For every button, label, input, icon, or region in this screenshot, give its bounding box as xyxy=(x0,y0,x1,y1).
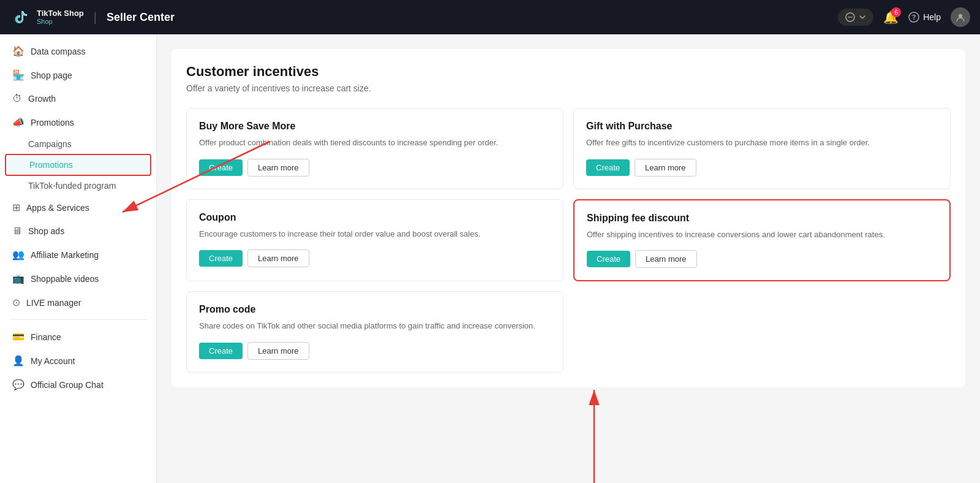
live-icon: ⊙ xyxy=(12,297,20,308)
svg-point-8 xyxy=(959,14,962,18)
sidebar-item-tiktok-funded[interactable]: TikTok-funded program xyxy=(0,176,156,196)
svg-text:?: ? xyxy=(912,13,916,21)
growth-icon: ⏱ xyxy=(12,93,22,104)
card-desc-gift: Offer free gifts to incentivize customer… xyxy=(586,137,938,149)
main-content: Customer incentives Offer a variety of i… xyxy=(157,34,980,483)
shop-ads-icon: 🖥 xyxy=(12,226,22,237)
sidebar-label-campaigns: Campaigns xyxy=(28,139,72,149)
sidebar-label-finance: Finance xyxy=(31,332,61,342)
sidebar-item-promotions-parent[interactable]: 📣 Promotions xyxy=(0,110,156,134)
card-title-shipping: Shipping fee discount xyxy=(587,213,937,224)
create-button-buy-more[interactable]: Create xyxy=(199,159,243,176)
sidebar-item-data-compass[interactable]: 🏠 Data compass xyxy=(0,39,156,63)
sidebar-label-shop-ads: Shop ads xyxy=(28,226,64,236)
sidebar-item-affiliate-marketing[interactable]: 👥 Affiliate Marketing xyxy=(0,243,156,267)
sidebar-item-my-account[interactable]: 👤 My Account xyxy=(0,349,156,373)
chat-button[interactable] xyxy=(838,9,873,26)
sidebar-label-tiktok-funded: TikTok-funded program xyxy=(28,181,116,191)
create-button-coupon[interactable]: Create xyxy=(199,250,243,267)
logo-tiktok: TikTok Shop xyxy=(37,9,84,18)
promotions-icon: 📣 xyxy=(12,116,24,128)
sidebar-item-shop-ads[interactable]: 🖥 Shop ads xyxy=(0,219,156,243)
account-icon: 👤 xyxy=(12,355,24,367)
header-divider: | xyxy=(94,10,97,25)
card-actions-promo: Create Learn more xyxy=(199,342,551,360)
sidebar-divider xyxy=(10,319,146,320)
sidebar-label-promotions-sub: Promotions xyxy=(29,160,73,170)
svg-point-3 xyxy=(850,17,851,18)
create-button-shipping[interactable]: Create xyxy=(587,251,630,267)
create-button-promo[interactable]: Create xyxy=(199,343,243,359)
card-actions-coupon: Create Learn more xyxy=(199,249,551,267)
shop-icon: 🏪 xyxy=(12,69,24,81)
content-card: Customer incentives Offer a variety of i… xyxy=(172,49,965,387)
page-title: Customer incentives xyxy=(186,64,951,80)
home-icon: 🏠 xyxy=(12,45,24,57)
notification-badge: 6 xyxy=(891,7,901,17)
card-promo-code: Promo code Share codes on TikTok and oth… xyxy=(186,291,564,373)
svg-point-4 xyxy=(851,17,853,18)
svg-rect-0 xyxy=(10,6,32,28)
sidebar-label-promotions-parent: Promotions xyxy=(31,118,74,127)
sidebar-item-promotions-sub[interactable]: Promotions xyxy=(5,154,151,176)
avatar-button[interactable] xyxy=(951,7,970,27)
sidebar-label-apps-services: Apps & Services xyxy=(26,203,89,213)
sidebar-label-live-manager: LIVE manager xyxy=(26,298,81,308)
learn-more-button-buy-more[interactable]: Learn more xyxy=(247,159,309,177)
card-actions-shipping: Create Learn more xyxy=(587,250,937,268)
sidebar-item-campaigns[interactable]: Campaigns xyxy=(0,134,156,154)
sidebar-item-live-manager[interactable]: ⊙ LIVE manager xyxy=(0,291,156,314)
finance-icon: 💳 xyxy=(12,331,24,343)
card-title-buy-more: Buy More Save More xyxy=(199,121,551,132)
card-actions-gift: Create Learn more xyxy=(586,159,938,177)
header-right: 🔔 6 ? Help xyxy=(838,7,970,27)
apps-icon: ⊞ xyxy=(12,202,20,213)
sidebar-item-growth[interactable]: ⏱ Growth xyxy=(0,87,156,110)
learn-more-button-shipping[interactable]: Learn more xyxy=(635,250,696,268)
card-title-gift: Gift with Purchase xyxy=(586,121,938,132)
card-gift-with-purchase: Gift with Purchase Offer free gifts to i… xyxy=(573,108,951,189)
svg-point-2 xyxy=(848,17,850,18)
card-title-promo: Promo code xyxy=(199,304,551,315)
sidebar-item-shoppable-videos[interactable]: 📺 Shoppable videos xyxy=(0,267,156,291)
learn-more-button-promo[interactable]: Learn more xyxy=(247,342,309,360)
sidebar-label-shoppable-videos: Shoppable videos xyxy=(31,274,99,284)
sidebar-item-finance[interactable]: 💳 Finance xyxy=(0,325,156,349)
sidebar: 🏠 Data compass 🏪 Shop page ⏱ Growth 📣 Pr… xyxy=(0,34,157,483)
sidebar-label-shop-page: Shop page xyxy=(31,70,72,80)
card-desc-coupon: Encourage customers to increase their to… xyxy=(199,228,551,240)
header: TikTok Shop Shop | Seller Center 🔔 6 ? xyxy=(0,0,980,34)
sidebar-item-apps-services[interactable]: ⊞ Apps & Services xyxy=(0,196,156,219)
card-title-coupon: Coupon xyxy=(199,212,551,223)
learn-more-button-coupon[interactable]: Learn more xyxy=(247,249,309,267)
help-button[interactable]: ? Help xyxy=(908,12,941,23)
create-button-gift[interactable]: Create xyxy=(586,159,630,176)
sidebar-item-shop-page[interactable]: 🏪 Shop page xyxy=(0,63,156,87)
learn-more-button-gift[interactable]: Learn more xyxy=(635,159,696,177)
sidebar-label-my-account: My Account xyxy=(31,356,75,366)
sidebar-label-data-compass: Data compass xyxy=(31,47,85,56)
group-chat-icon: 💬 xyxy=(12,379,24,390)
card-coupon: Coupon Encourage customers to increase t… xyxy=(186,199,564,282)
header-title: Seller Center xyxy=(107,11,175,24)
card-desc-promo: Share codes on TikTok and other social m… xyxy=(199,320,551,332)
logo: TikTok Shop Shop xyxy=(10,6,84,28)
card-desc-shipping: Offer shipping incentives to increase co… xyxy=(587,229,937,241)
chat-icon xyxy=(845,12,855,22)
video-icon: 📺 xyxy=(12,273,24,284)
logo-shop: Shop xyxy=(37,18,84,25)
notification-button[interactable]: 🔔 6 xyxy=(883,10,899,25)
help-label: Help xyxy=(923,12,941,22)
card-actions-buy-more: Create Learn more xyxy=(199,159,551,177)
sidebar-item-official-group-chat[interactable]: 💬 Official Group Chat xyxy=(0,373,156,397)
user-avatar-icon xyxy=(955,12,966,23)
incentive-grid: Buy More Save More Offer product combina… xyxy=(186,108,951,373)
layout: 🏠 Data compass 🏪 Shop page ⏱ Growth 📣 Pr… xyxy=(0,34,980,483)
page-subtitle: Offer a variety of incentives to increas… xyxy=(186,83,951,93)
card-buy-more-save-more: Buy More Save More Offer product combina… xyxy=(186,108,564,189)
sidebar-label-growth: Growth xyxy=(28,94,56,104)
help-icon: ? xyxy=(908,12,919,23)
sidebar-label-affiliate-marketing: Affiliate Marketing xyxy=(31,250,99,260)
sidebar-label-official-group-chat: Official Group Chat xyxy=(31,380,104,390)
card-shipping-fee-discount: Shipping fee discount Offer shipping inc… xyxy=(573,199,951,282)
